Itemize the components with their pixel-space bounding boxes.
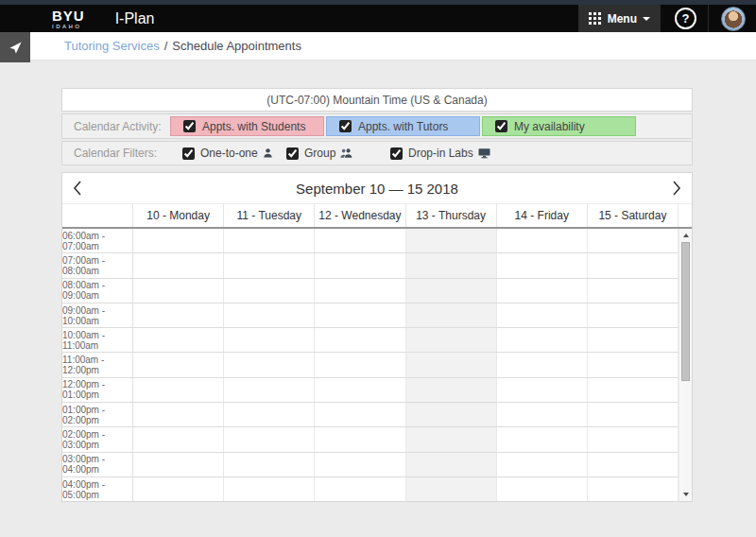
calendar-cell[interactable] [588, 378, 679, 402]
calendar-cell[interactable] [588, 328, 679, 352]
side-nav-toggle[interactable] [0, 32, 30, 62]
calendar-cell[interactable] [406, 253, 497, 277]
calendar-cell[interactable] [224, 403, 315, 426]
calendar-cell[interactable] [588, 303, 679, 327]
calendar-cell[interactable] [224, 353, 315, 376]
byu-idaho-logo[interactable]: BYU IDAHO [52, 9, 85, 29]
calendar-cell[interactable] [497, 303, 588, 327]
calendar-cell[interactable] [315, 303, 405, 327]
calendar-cell[interactable] [133, 229, 224, 252]
calendar-cell[interactable] [315, 403, 405, 426]
calendar-cell[interactable] [224, 229, 315, 252]
calendar-cell[interactable] [588, 403, 679, 426]
day-header-friday: 14 - Friday [497, 204, 588, 227]
calendar-cell[interactable] [315, 477, 405, 501]
scroll-up-icon [683, 234, 689, 237]
appts-with-tutors-checkbox[interactable] [339, 120, 352, 132]
calendar-cell[interactable] [224, 477, 315, 501]
activity-chip-appts-with-students[interactable]: Appts. with Students [170, 116, 324, 136]
calendar-cell[interactable] [133, 328, 224, 352]
calendar-cell[interactable] [497, 328, 588, 352]
calendar-cell[interactable] [133, 403, 224, 426]
time-slot-label: 08:00am - 09:00am [62, 279, 133, 303]
calendar-cell[interactable] [497, 279, 588, 303]
calendar-cell[interactable] [497, 229, 588, 252]
scrollbar-thumb[interactable] [681, 242, 690, 381]
calendar-cell[interactable] [497, 353, 588, 376]
calendar-cell[interactable] [315, 229, 405, 252]
activity-chips: Appts. with Students Appts. with Tutors … [170, 116, 636, 136]
calendar-cell[interactable] [588, 427, 679, 451]
calendar-cell[interactable] [224, 328, 315, 352]
next-week-button[interactable] [672, 180, 681, 197]
calendar-cell[interactable] [315, 328, 405, 352]
filter-one-to-one[interactable]: One-to-one [182, 147, 286, 160]
calendar-cell[interactable] [133, 477, 224, 501]
calendar-cell[interactable] [133, 453, 224, 476]
calendar-cell[interactable] [224, 427, 315, 451]
calendar-cell[interactable] [133, 279, 224, 303]
time-slot-label: 03:00pm - 04:00pm [62, 453, 133, 476]
calendar-cell[interactable] [497, 427, 588, 451]
menu-button[interactable]: Menu [578, 5, 661, 32]
scroll-down-button[interactable] [679, 490, 692, 499]
time-slot-label: 02:00pm - 03:00pm [62, 427, 133, 451]
calendar-cell[interactable] [224, 303, 315, 327]
calendar-cell[interactable] [133, 303, 224, 327]
calendar-cell[interactable] [315, 353, 405, 376]
one-to-one-checkbox[interactable] [182, 147, 195, 160]
calendar-cell[interactable] [497, 477, 588, 501]
calendar-cell[interactable] [406, 353, 497, 376]
avatar[interactable] [721, 7, 746, 31]
activity-chip-my-availability[interactable]: My availability [482, 116, 636, 136]
calendar-cell[interactable] [406, 427, 497, 451]
calendar-cell[interactable] [315, 427, 405, 451]
calendar-cell[interactable] [588, 353, 679, 376]
calendar-cell[interactable] [588, 229, 679, 252]
calendar-cell[interactable] [497, 403, 588, 426]
calendar-cell[interactable] [588, 477, 679, 501]
help-button[interactable]: ? [675, 8, 696, 29]
calendar-scrollbar[interactable] [679, 229, 692, 501]
calendar-cell[interactable] [315, 378, 405, 402]
calendar-cell[interactable] [133, 253, 224, 277]
calendar-cell[interactable] [588, 453, 679, 476]
calendar-header: September 10 — 15 2018 [62, 173, 692, 204]
my-availability-checkbox[interactable] [495, 120, 507, 132]
calendar-cell[interactable] [406, 279, 497, 303]
drop-in-labs-checkbox[interactable] [390, 147, 403, 160]
activity-chip-appts-with-tutors[interactable]: Appts. with Tutors [326, 116, 480, 136]
group-checkbox[interactable] [286, 147, 299, 160]
time-slot-label: 01:00pm - 02:00pm [62, 403, 133, 426]
calendar-cell[interactable] [133, 378, 224, 402]
filter-group[interactable]: Group [286, 147, 390, 160]
calendar-cell[interactable] [224, 279, 315, 303]
calendar-cell[interactable] [406, 229, 497, 252]
calendar-cell[interactable] [133, 353, 224, 376]
calendar-cell[interactable] [497, 453, 588, 476]
calendar-cell[interactable] [315, 253, 405, 277]
calendar-cell[interactable] [133, 427, 224, 451]
chip-label: Appts. with Students [202, 120, 305, 133]
appts-with-students-checkbox[interactable] [183, 120, 196, 132]
calendar-cell[interactable] [224, 253, 315, 277]
calendar-cell[interactable] [588, 253, 679, 277]
filter-drop-in-labs[interactable]: Drop-in Labs [390, 147, 494, 160]
calendar-cell[interactable] [224, 378, 315, 402]
scroll-up-button[interactable] [679, 231, 692, 240]
breadcrumb-link-tutoring-services[interactable]: Tutoring Services [64, 39, 160, 53]
calendar-cell[interactable] [406, 477, 497, 501]
calendar-cell[interactable] [406, 303, 497, 327]
calendar-cell[interactable] [315, 453, 405, 476]
previous-week-button[interactable] [73, 180, 82, 197]
calendar-cell[interactable] [588, 279, 679, 303]
calendar-cell[interactable] [497, 378, 588, 402]
calendar-cell[interactable] [406, 453, 497, 476]
calendar-cell[interactable] [406, 328, 497, 352]
avatar-container [708, 5, 756, 32]
calendar-cell[interactable] [406, 378, 497, 402]
calendar-cell[interactable] [497, 253, 588, 277]
calendar-cell[interactable] [224, 453, 315, 476]
calendar-cell[interactable] [315, 279, 405, 303]
calendar-cell[interactable] [406, 403, 497, 426]
